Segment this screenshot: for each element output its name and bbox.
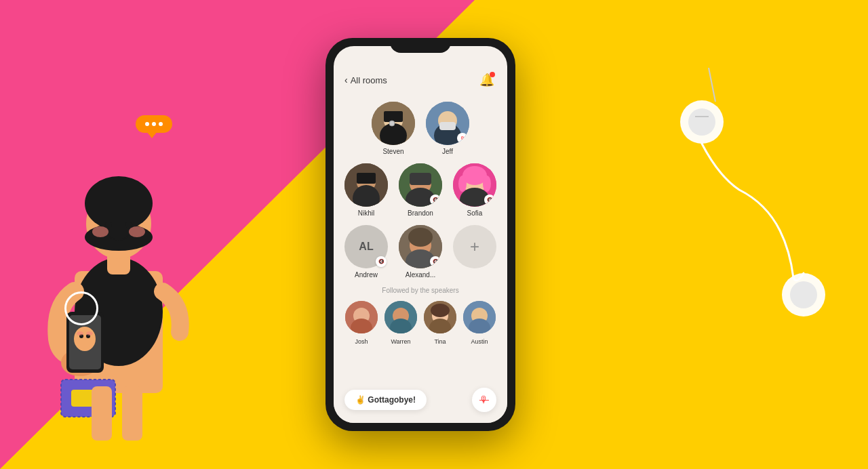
speaker-alex[interactable]: 🔇 Alexand... [399,225,442,279]
tina-avatar [424,301,456,333]
andrew-mic-badge: 🔇 [376,256,387,267]
follower-josh[interactable]: Josh [345,301,378,345]
brandon-mic-badge: 🔇 [430,195,441,205]
speaker-nikhil[interactable]: Nikhil [344,163,388,217]
steven-label: Steven [382,148,403,155]
andrew-label: Andrew [355,271,378,279]
svg-line-25 [709,68,715,102]
add-icon: + [453,225,496,268]
brandon-label: Brandon [408,209,433,217]
add-speaker-button[interactable]: + + [453,225,496,279]
brandon-avatar: 🔇 [399,163,442,207]
app-content: ‹ All rooms 🔔 [334,46,507,423]
svg-point-50 [458,176,467,192]
notification-button[interactable]: 🔔 [477,70,496,89]
followed-label: Followed by the speakers [342,287,499,294]
phone-frame: ‹ All rooms 🔔 [326,38,515,431]
svg-point-51 [483,176,491,192]
sofia-avatar: 🔇 [453,163,496,207]
back-label: All rooms [351,75,387,85]
svg-point-8 [105,222,112,228]
mute-button[interactable]: 🎙 [472,388,496,412]
followers-row: Josh Warren [342,301,499,345]
svg-point-5 [85,224,153,251]
follower-warren[interactable]: Warren [384,301,417,345]
austin-avatar [463,301,496,333]
nikhil-avatar [344,163,388,207]
jeff-mic-badge: 🎙 [457,133,468,144]
back-button[interactable]: ‹ All rooms [344,75,387,85]
person-illustration [20,54,237,447]
sofia-label: Sofia [467,209,483,217]
earphone-illustration [658,68,848,339]
svg-point-33 [389,121,395,126]
nikhil-label: Nikhil [358,209,374,217]
bottom-bar: ✌️ Gottagobye! 🎙 [334,382,507,423]
svg-rect-37 [439,122,456,130]
speakers-grid: Steven [334,96,507,382]
svg-rect-21 [92,386,112,441]
speaker-steven[interactable]: Steven [372,102,415,155]
speakers-row-3: AL 🔇 Andrew [342,225,499,279]
svg-point-9 [125,222,132,228]
svg-point-65 [431,304,450,317]
svg-point-7 [129,226,145,237]
austin-label: Austin [471,338,488,345]
app-header: ‹ All rooms 🔔 [334,65,507,96]
mic-off-icon-brandon: 🔇 [433,197,439,203]
speakers-row-2: Nikhil [342,163,499,217]
phone-screen: ‹ All rooms 🔔 [334,46,507,423]
speaker-jeff[interactable]: 🎙 Jeff [426,102,469,155]
follower-tina[interactable]: Tina [424,301,456,345]
phone-notch [390,38,451,53]
svg-point-13 [74,327,96,351]
notification-dot [490,72,495,77]
sofia-mic-badge: 🔇 [484,195,495,205]
svg-rect-32 [384,111,403,122]
alex-label: Alexand... [406,271,435,279]
svg-point-17 [86,331,93,335]
follower-austin[interactable]: Austin [463,301,496,345]
circle-decoration [64,291,98,325]
jeff-avatar: 🎙 [426,102,469,145]
svg-rect-41 [357,173,376,184]
back-arrow-icon: ‹ [344,75,348,85]
mic-off-icon-andrew: 🔇 [378,259,384,264]
alex-avatar: 🔇 [399,225,442,268]
speaker-sofia[interactable]: 🔇 Sofia [453,163,496,217]
svg-point-24 [688,108,715,136]
tina-label: Tina [434,338,446,345]
jeff-label: Jeff [442,148,453,155]
steven-avatar [372,102,415,145]
mute-icon: 🎙 [479,394,489,405]
alex-mic-badge: 🔇 [430,256,441,267]
svg-point-6 [92,226,108,237]
svg-point-27 [790,281,817,308]
warren-avatar [384,301,417,333]
andrew-avatar: AL 🔇 [344,225,388,268]
leave-button[interactable]: ✌️ Gottagobye! [344,390,427,410]
josh-avatar [345,301,378,333]
phone-mockup: ‹ All rooms 🔔 [326,38,515,431]
svg-rect-45 [410,173,431,185]
mic-off-icon-sofia: 🔇 [487,197,493,203]
svg-point-55 [408,228,433,247]
svg-point-4 [85,176,153,230]
speaker-brandon[interactable]: 🔇 Brandon [399,163,442,217]
andrew-initials: AL [359,241,373,253]
speakers-row-1: Steven [342,102,499,155]
josh-label: Josh [355,338,368,345]
warren-label: Warren [391,338,410,345]
speaker-andrew[interactable]: AL 🔇 Andrew [344,225,388,279]
svg-point-16 [77,331,83,335]
mic-off-icon: 🎙 [460,136,465,142]
mic-off-icon-alex: 🔇 [433,259,439,264]
svg-rect-22 [122,386,142,441]
